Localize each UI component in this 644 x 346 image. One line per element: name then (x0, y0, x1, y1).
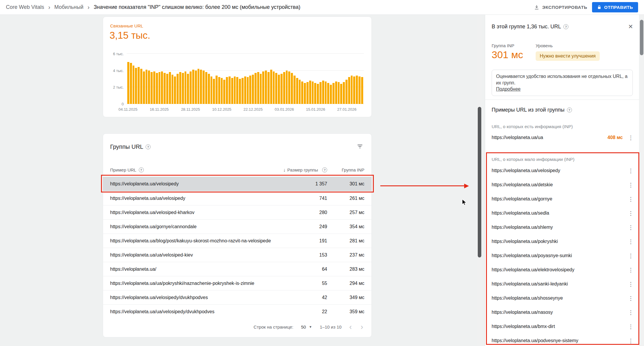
rows-per-page-value: 50 (301, 324, 306, 329)
panel-scrollbar-thumb[interactable] (640, 20, 643, 55)
url-list-item[interactable]: https://veloplaneta.ua/pokryshki⋮ (485, 234, 639, 249)
kebab-menu-icon[interactable]: ⋮ (627, 134, 635, 141)
table-row[interactable]: https://veloplaneta.ua/velosipedy/dvukhp… (103, 290, 371, 304)
table-row[interactable]: https://veloplaneta.ua/gornye/cannondale… (103, 219, 371, 234)
previous-page-icon[interactable]: ‹ (349, 323, 352, 331)
kebab-menu-icon[interactable]: ⋮ (627, 210, 635, 217)
url-list-item[interactable]: https://veloplaneta.ua/detskie⋮ (485, 178, 639, 192)
panel-title-text: В этой группе 1,36 тыс. URL (492, 24, 561, 30)
kebab-menu-icon[interactable]: ⋮ (627, 252, 635, 259)
pagination-controls: ‹ › (349, 323, 363, 331)
chart-bar (221, 78, 223, 104)
chart-bar (146, 70, 148, 104)
url-list-item[interactable]: https://veloplaneta.ua/elektrovelosipedy… (485, 263, 639, 277)
kebab-menu-icon[interactable]: ⋮ (627, 196, 635, 203)
url-list-item[interactable]: https://veloplaneta.ua/shlemy⋮ (485, 220, 639, 234)
chart-bar (340, 84, 342, 104)
y-axis-label: 6 тыс. (113, 52, 124, 56)
chart-bar (301, 81, 303, 104)
chevron-down-icon: ▼ (309, 325, 312, 329)
rows-per-page-label: Строк на странице: (254, 324, 294, 329)
breadcrumb-mobile[interactable]: Мобильный (54, 4, 83, 10)
known-url-row[interactable]: https://veloplaneta.ua/ua 408 мс ⋮ (485, 130, 639, 145)
level-badge: Нужно внести улучшения (536, 51, 600, 61)
table-row[interactable]: https://veloplaneta.ua/64283 мс (103, 262, 371, 276)
table-row[interactable]: https://veloplaneta.ua/ua/velosiped-kiev… (103, 248, 371, 262)
help-icon[interactable]: ? (563, 24, 568, 29)
breadcrumb-core-web-vitals[interactable]: Core Web Vitals (6, 4, 44, 10)
pagination-range: 1–10 из 10 (320, 324, 342, 329)
kebab-menu-icon[interactable]: ⋮ (627, 224, 635, 231)
row-example-url: https://veloplaneta.ua/ua/pokryshki/nazn… (103, 281, 273, 286)
table-row[interactable]: https://veloplaneta.ua/blog/post/kakuyu-… (103, 234, 371, 248)
chart-bar (322, 81, 324, 104)
table-row[interactable]: https://veloplaneta.ua/velosipedy1 35730… (103, 177, 371, 191)
known-url[interactable]: https://veloplaneta.ua/ua (492, 135, 607, 140)
kebab-menu-icon[interactable]: ⋮ (627, 281, 635, 288)
chart-bar (226, 77, 228, 104)
url-list-item-url: https://veloplaneta.ua/nasosy (492, 310, 627, 315)
url-list-item[interactable]: https://veloplaneta.ua/podvesnye-sistemy… (485, 334, 639, 346)
next-page-icon[interactable]: › (361, 323, 363, 331)
kebab-menu-icon[interactable]: ⋮ (627, 238, 635, 245)
url-list-item[interactable]: https://veloplaneta.ua/poyasnye-sumki⋮ (485, 249, 639, 263)
chart-bar (133, 66, 135, 104)
url-list-item[interactable]: https://veloplaneta.ua/shosseynye⋮ (485, 291, 639, 305)
kebab-menu-icon[interactable]: ⋮ (627, 337, 635, 344)
url-list-item[interactable]: https://veloplaneta.ua/bmx-dirt⋮ (485, 319, 639, 334)
main-scrollbar-thumb[interactable] (478, 107, 481, 257)
row-group-size: 741 (273, 196, 327, 201)
url-list-item-url: https://veloplaneta.ua/poyasnye-sumki (492, 253, 627, 258)
chart-bar (236, 77, 238, 104)
table-row[interactable]: https://veloplaneta.ua/ua/velosipedy7412… (103, 191, 371, 205)
kebab-menu-icon[interactable]: ⋮ (627, 309, 635, 316)
kebab-menu-icon[interactable]: ⋮ (627, 295, 635, 302)
submit-button[interactable]: ОТПРАВИТЬ (592, 2, 638, 12)
chart-bar (262, 71, 264, 104)
url-list-item[interactable]: https://veloplaneta.ua/velosipedy⋮ (485, 164, 639, 178)
rows-per-page-select[interactable]: 50 ▼ (301, 324, 312, 329)
url-list-item[interactable]: https://veloplaneta.ua/sedla⋮ (485, 206, 639, 220)
close-panel-button[interactable]: ✕ (628, 23, 633, 30)
panel-scrollbar-track[interactable] (639, 15, 644, 346)
chart-bar (278, 75, 280, 104)
row-group-size: 42 (273, 295, 327, 300)
chart-bar (172, 75, 174, 104)
table-row[interactable]: https://veloplaneta.ua/velosiped-kharkov… (103, 205, 371, 219)
row-group-inp: 349 мс (327, 295, 371, 300)
table-footer: Строк на странице: 50 ▼ 1–10 из 10 ‹ › (103, 323, 371, 331)
col-header-example-url[interactable]: Пример URL ? (103, 167, 273, 172)
sort-descending-icon: ↓ (283, 167, 286, 173)
table-row[interactable]: https://veloplaneta.ua/ua/velosipedy/dvu… (103, 304, 371, 319)
page-title: Значение показателя "INP" слишком велико… (94, 4, 300, 10)
row-group-inp: 354 мс (327, 224, 371, 229)
url-list-item[interactable]: https://veloplaneta.ua/sanki-ledyanki⋮ (485, 277, 639, 291)
export-button[interactable]: ЭКСПОРТИРОВАТЬ (534, 4, 587, 10)
col-header-group-inp[interactable]: Группа INP (327, 167, 371, 172)
col-header-group-size-label: Размер группы (287, 167, 318, 172)
help-icon[interactable]: ? (146, 144, 151, 149)
chart-bar (345, 80, 348, 104)
kebab-menu-icon[interactable]: ⋮ (627, 323, 635, 330)
url-list-item[interactable]: https://veloplaneta.ua/gornye⋮ (485, 192, 639, 206)
help-icon[interactable]: ? (139, 167, 144, 172)
url-list-item[interactable]: https://veloplaneta.ua/nasosy⋮ (485, 305, 639, 319)
chevron-right-icon: › (48, 4, 50, 11)
table-row[interactable]: https://veloplaneta.ua/ua/pokryshki/nazn… (103, 276, 371, 290)
kebab-menu-icon[interactable]: ⋮ (627, 267, 635, 273)
kebab-menu-icon[interactable]: ⋮ (627, 182, 635, 188)
chart-bar (153, 71, 155, 104)
filter-button[interactable] (356, 142, 364, 152)
main-scrollbar-track[interactable] (477, 15, 482, 346)
help-icon[interactable]: ? (322, 167, 327, 172)
chart-bar (273, 71, 275, 104)
col-header-group-size[interactable]: ↓ Размер группы ? (273, 167, 327, 173)
related-urls-card: Связанные URL 3,15 тыс. 02 тыс.4 тыс.6 т… (103, 17, 372, 117)
help-icon[interactable]: ? (567, 107, 572, 112)
chart-bar (182, 73, 184, 104)
learn-more-link[interactable]: Подробнее (496, 86, 521, 92)
row-example-url: https://veloplaneta.ua/velosipedy (103, 181, 273, 187)
chart-bar (195, 71, 197, 104)
kebab-menu-icon[interactable]: ⋮ (627, 167, 635, 174)
chart-bar (198, 69, 200, 104)
